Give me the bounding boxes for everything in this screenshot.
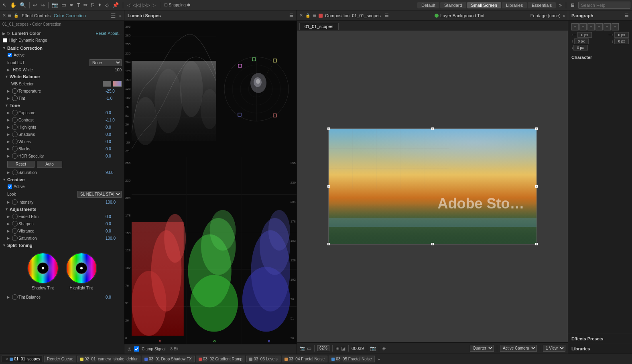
effect-panel-close[interactable]: ✕	[2, 13, 6, 18]
space-before-input[interactable]	[574, 38, 589, 44]
creative-section[interactable]: ▼ Creative	[0, 176, 124, 183]
corner-handle-mr[interactable]	[535, 185, 538, 188]
creative-saturation-value[interactable]: 100.0	[106, 236, 122, 241]
select-tool[interactable]: ↖	[2, 2, 8, 8]
panel-menu-btn[interactable]: ☰	[111, 12, 116, 19]
render-icon[interactable]: ◈	[382, 346, 386, 351]
lumetri-reset-btn[interactable]: Reset	[96, 31, 106, 36]
pen-tool[interactable]: ✒	[69, 2, 75, 8]
comp-close-btn[interactable]: ✕	[299, 13, 303, 18]
camera-icon[interactable]: 📷	[370, 346, 376, 351]
hdr-specular-value[interactable]: 0.0	[106, 154, 122, 158]
corner-handle-bc[interactable]	[431, 243, 434, 245]
input-lut-select[interactable]: None	[89, 59, 122, 66]
zoom-display[interactable]: 62%	[317, 345, 329, 351]
more-workspaces-btn[interactable]: »	[558, 2, 563, 9]
indent-right-input[interactable]	[614, 32, 629, 38]
paint-tool[interactable]: ✏	[83, 2, 89, 8]
white-balance-section[interactable]: ▼ White Balance	[0, 73, 124, 80]
contrast-value[interactable]: -11.0	[106, 118, 122, 122]
lumetri-enable[interactable]: fx	[7, 31, 10, 36]
right-panel-menu-btn[interactable]: ☰	[625, 13, 629, 18]
input-lut-checkbox[interactable]	[8, 53, 12, 57]
align-justify-all-btn[interactable]: ≡	[612, 23, 619, 30]
align-justify-btn[interactable]: ≡	[595, 23, 603, 30]
align-left-btn[interactable]: ≡	[571, 23, 579, 30]
corner-handle-br[interactable]	[535, 243, 538, 245]
split-toning-section[interactable]: ▼ Split Toning	[0, 242, 124, 249]
faded-film-value[interactable]: 0.0	[106, 214, 122, 219]
saturation-value[interactable]: 93.0	[106, 170, 122, 175]
clamp-signal-checkbox[interactable]	[134, 346, 139, 352]
undo-tool[interactable]: ↩	[32, 2, 38, 8]
trans-icon[interactable]: ◪	[341, 346, 345, 351]
puppet-tool[interactable]: ✦	[97, 2, 103, 8]
align-right-btn[interactable]: ≡	[587, 23, 595, 30]
shadow-tint-canvas[interactable]	[27, 252, 59, 284]
tl-tab-close-0[interactable]: ✕	[5, 357, 8, 361]
workspace-small-screen[interactable]: Small Screen	[467, 2, 501, 8]
grid-icon[interactable]: ⊞	[335, 346, 339, 351]
auto-btn[interactable]: Auto	[37, 161, 62, 168]
snapping-toggle[interactable]: ☐ Snapping ✱	[163, 2, 191, 8]
lumetri-toggle[interactable]: ▶	[2, 31, 6, 36]
sharpen-value[interactable]: 0.0	[106, 222, 122, 226]
adjustments-section[interactable]: ▼ Adjustments	[0, 206, 124, 213]
panel-chevron[interactable]: »	[119, 13, 122, 18]
scopes-menu-btn[interactable]: ☰	[289, 13, 293, 18]
tl-tab-03-02[interactable]: 03_02 Gradient Ramp	[196, 356, 245, 362]
tone-section[interactable]: ▼ Tone	[0, 102, 124, 109]
redo-tool[interactable]: ↪	[40, 2, 46, 8]
comp-tab-01[interactable]: 01_01_scopes	[299, 23, 339, 30]
highlight-tint-canvas[interactable]	[65, 252, 98, 284]
highlights-value[interactable]: 0.0	[106, 125, 122, 129]
workspace-essentials[interactable]: Essentials	[528, 2, 556, 8]
temperature-value[interactable]: -25.0	[106, 89, 122, 93]
reset-btn[interactable]: Reset	[7, 161, 35, 168]
tl-tab-render-queue[interactable]: Render Queue	[44, 356, 76, 362]
corner-handle-tr[interactable]	[535, 127, 538, 130]
tl-tab-03-03[interactable]: 03_03 Levels	[246, 356, 280, 362]
indent-left-input[interactable]	[577, 32, 592, 38]
workspace-default[interactable]: Default	[417, 2, 439, 8]
corner-handle-ml[interactable]	[327, 185, 330, 188]
wb-btn-color[interactable]	[113, 81, 122, 87]
camera-tool[interactable]: 📷	[51, 2, 59, 8]
panel-lock[interactable]: 🔒	[14, 13, 18, 18]
whites-value[interactable]: 0.0	[106, 140, 122, 144]
tint-balance-value[interactable]: 0.0	[106, 295, 122, 299]
region-icon[interactable]: ▭	[307, 346, 311, 351]
snapshot-icon[interactable]: 📷	[299, 346, 305, 351]
tl-more-tabs-btn[interactable]: »	[378, 357, 380, 362]
lumetri-about-btn[interactable]: About...	[108, 31, 122, 36]
search-input[interactable]	[578, 2, 630, 9]
vibrance-value[interactable]: 0.0	[106, 229, 122, 233]
look-select[interactable]: SL NEUTRAL START	[77, 191, 122, 198]
workspace-standard[interactable]: Standard	[440, 2, 466, 8]
comp-panel-expand-btn[interactable]: »	[563, 13, 565, 18]
look-checkbox[interactable]	[8, 184, 12, 189]
rect-tool[interactable]: ▭	[61, 2, 67, 8]
tint-value[interactable]: -1.0	[106, 96, 122, 101]
view-count-select[interactable]: 1 View	[543, 345, 565, 352]
pin-tool[interactable]: 📌	[112, 2, 120, 8]
hand-tool[interactable]: ✋	[9, 2, 17, 8]
corner-handle-tl[interactable]	[327, 127, 330, 130]
panel-pin[interactable]: ☰	[8, 13, 11, 18]
tl-tab-03-04[interactable]: 03_04 Fractal Noise	[282, 356, 328, 362]
align-justify-right-btn[interactable]: ≡	[604, 23, 611, 30]
comp-header-menu-btn[interactable]: ☰	[385, 13, 389, 18]
corner-handle-tc[interactable]	[431, 127, 434, 130]
exposure-value[interactable]: 0.0	[106, 111, 122, 115]
hdr-checkbox[interactable]	[3, 38, 7, 42]
space-after-input[interactable]	[573, 45, 588, 51]
active-camera-select[interactable]: Active Camera	[500, 345, 537, 352]
tl-tab-01-01-scopes[interactable]: ✕ 01_01_scopes	[2, 356, 43, 362]
zoom-tool[interactable]: 🔍	[19, 2, 27, 8]
shape-tool[interactable]: ◇	[104, 2, 110, 8]
blacks-value[interactable]: 0.0	[106, 147, 122, 151]
tl-tab-03-05[interactable]: 03_05 Fractal Noise	[329, 356, 375, 362]
scope-marker-btn[interactable]: ◎	[128, 346, 132, 352]
intensity-value[interactable]: 100.0	[106, 200, 122, 204]
hdr-white-value[interactable]: 100	[115, 68, 122, 72]
